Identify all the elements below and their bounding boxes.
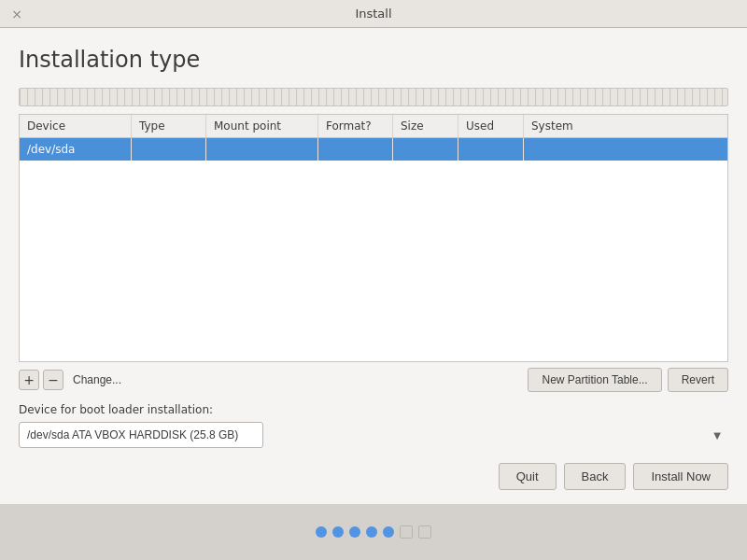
main-content: Installation type Device Type Mount poin… (0, 28, 747, 504)
partition-table: Device Type Mount point Format? Size Use… (19, 114, 728, 362)
change-button[interactable]: Change... (67, 371, 127, 388)
progress-dots (316, 525, 431, 539)
col-format: Format? (318, 115, 393, 137)
progress-dot-3 (349, 526, 360, 538)
table-row[interactable]: /dev/sda (20, 138, 727, 161)
revert-button[interactable]: Revert (668, 368, 728, 392)
progress-dot-6 (400, 525, 413, 539)
partition-visual-inner (20, 89, 727, 105)
window-title: Install (355, 7, 391, 21)
action-buttons: Quit Back Install Now (19, 463, 728, 490)
progress-dot-5 (383, 526, 394, 538)
col-mount-point: Mount point (206, 115, 318, 137)
col-size: Size (393, 115, 458, 137)
partition-visual (19, 88, 728, 106)
table-header: Device Type Mount point Format? Size Use… (20, 115, 727, 138)
progress-dot-2 (332, 526, 344, 538)
progress-dot-7 (418, 525, 431, 539)
add-partition-button[interactable]: + (19, 370, 39, 390)
new-partition-table-button[interactable]: New Partition Table... (528, 368, 661, 392)
col-type: Type (132, 115, 206, 137)
cell-used (458, 138, 524, 161)
back-button[interactable]: Back (564, 463, 627, 490)
bootloader-select-wrapper: /dev/sda ATA VBOX HARDDISK (25.8 GB) ▼ (19, 422, 728, 448)
progress-dot-1 (316, 526, 327, 538)
cell-system (524, 138, 727, 161)
cell-device: /dev/sda (20, 138, 132, 161)
quit-button[interactable]: Quit (499, 463, 557, 490)
close-button[interactable]: × (9, 7, 24, 21)
cell-mount-point (206, 138, 318, 161)
cell-size (393, 138, 458, 161)
cell-type (132, 138, 206, 161)
table-body: /dev/sda (20, 138, 727, 361)
col-device: Device (20, 115, 132, 137)
table-toolbar: + − Change... New Partition Table... Rev… (19, 368, 728, 392)
col-used: Used (458, 115, 524, 137)
cell-format (318, 138, 393, 161)
remove-partition-button[interactable]: − (43, 370, 63, 390)
bootloader-select[interactable]: /dev/sda ATA VBOX HARDDISK (25.8 GB) (19, 422, 263, 448)
bootloader-select-container: /dev/sda ATA VBOX HARDDISK (25.8 GB) ▼ (19, 422, 728, 448)
progress-dot-4 (366, 526, 377, 538)
bootloader-label: Device for boot loader installation: (19, 403, 728, 416)
bottom-bar (0, 504, 747, 560)
select-arrow-icon: ▼ (713, 430, 721, 441)
page-title: Installation type (19, 47, 728, 73)
col-system: System (524, 115, 727, 137)
install-now-button[interactable]: Install Now (633, 463, 728, 490)
titlebar: × Install (0, 0, 747, 28)
